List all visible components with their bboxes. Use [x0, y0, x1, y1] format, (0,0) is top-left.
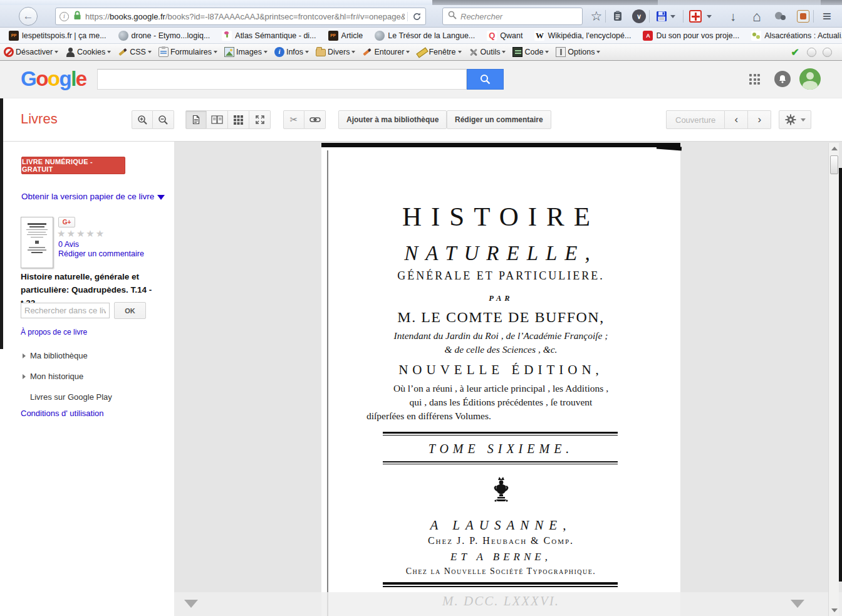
about-this-book-link[interactable]: À propos de ce livre [21, 328, 87, 337]
zoom-out-button[interactable] [153, 110, 174, 129]
chevron-right-icon: › [757, 113, 761, 126]
status-circle[interactable] [807, 48, 816, 57]
next-page-button[interactable]: › [748, 110, 771, 129]
book-viewer: HISTOIRE NATURELLE, GÉNÉRALE ET PARTICUL… [174, 142, 842, 616]
browser-search-box[interactable] [442, 8, 583, 25]
settings-button[interactable] [779, 110, 811, 129]
devtoolbar-menu-infos[interactable]: iInfos [274, 47, 309, 57]
ghostery-button[interactable] [772, 8, 789, 24]
fullscreen-icon [255, 115, 265, 125]
bookmark-label: Le Trésor de la Langue... [388, 31, 475, 40]
zoom-in-button[interactable] [132, 110, 153, 129]
devtoolbar-menu-outline[interactable]: Entourer [362, 47, 410, 57]
scrollbar-down-arrow[interactable] [831, 608, 838, 612]
clip-button[interactable]: ✂ [283, 110, 304, 129]
previous-page-button[interactable]: ‹ [725, 110, 748, 129]
bookmark-item[interactable]: Le Trésor de la Langue... [375, 31, 475, 41]
back-button[interactable]: ← [19, 7, 38, 26]
save-dropdown-button[interactable] [668, 8, 678, 24]
devtoolbar-menu-tools[interactable]: Outils [469, 47, 506, 57]
bookmark-item[interactable]: Alsacréations : Actuali... [751, 31, 842, 41]
google-search-button[interactable] [467, 69, 504, 90]
addon-orange-button[interactable] [794, 8, 812, 24]
write-review-link[interactable]: Rédiger un commentaire [58, 249, 144, 258]
devtoolbar-menu-css[interactable]: CSS [118, 47, 152, 57]
google-logo[interactable]: Google [21, 67, 86, 91]
google-apps-grid-button[interactable] [749, 74, 760, 85]
devtoolbar-menu-code[interactable]: Code [512, 47, 549, 57]
single-page-view-button[interactable] [185, 110, 207, 129]
downloads-button[interactable]: ↓ [724, 8, 742, 24]
vertical-scrollbar[interactable] [828, 143, 839, 616]
devtoolbar-menu-divers[interactable]: Divers [316, 48, 355, 56]
devtoolbar-label: Code [524, 48, 543, 56]
rating-stars[interactable]: ★★★★★ [57, 228, 105, 239]
sidebar-item-google-play[interactable]: Livres sur Google Play [30, 392, 112, 402]
write-review-button[interactable]: Rédiger un commentaire [447, 110, 551, 129]
home-button[interactable]: ⌂ [748, 8, 766, 24]
bookmark-item[interactable]: PPArticle [328, 31, 363, 41]
devtoolbar-menu-disable[interactable]: Désactiver [4, 47, 58, 57]
bookmark-star-button[interactable]: ☆ [588, 8, 605, 24]
link-button[interactable] [304, 110, 326, 129]
page-info-icon[interactable]: i [60, 12, 69, 21]
account-avatar[interactable] [799, 68, 821, 90]
sidebar-item-my-history[interactable]: Mon historique [23, 372, 83, 381]
imprint-publisher1: Chez J. P. Heubach & Comp. [336, 535, 665, 546]
browser-search-input[interactable] [460, 12, 567, 21]
search-ok-button[interactable]: OK [114, 302, 146, 319]
caret-down-icon [214, 51, 217, 53]
google-plus-share-button[interactable]: G+ [58, 217, 75, 227]
page-par: PAR [336, 294, 665, 303]
devtoolbar-menu-images[interactable]: Images [224, 47, 268, 57]
devtoolbar-label: Options [568, 48, 595, 56]
devtoolbar-menu-cookies[interactable]: Cookies [65, 47, 111, 57]
imprint-city1: A LAUSANNE, [336, 518, 665, 533]
gear-icon [785, 114, 796, 125]
caret-down-icon [596, 51, 600, 53]
sidebar-item-my-library[interactable]: Ma bibliothèque [23, 351, 88, 360]
bookmark-item[interactable]: PPlespetitspois.fr | ça me... [9, 31, 107, 41]
bookmark-item[interactable]: WWikipédia, l'encyclopé... [534, 31, 631, 41]
free-ebook-button[interactable]: LIVRE NUMÉRIQUE - GRATUIT [21, 157, 125, 174]
devtoolbar-label: Formulaires [170, 48, 212, 56]
status-circle[interactable] [823, 48, 832, 57]
url-bar[interactable]: i https://books.google.fr/books?id=-l87A… [55, 8, 426, 25]
bookmark-item[interactable]: drone - Etymo...logiq... [118, 31, 210, 41]
terms-of-use-link[interactable]: Conditions d' utilisation [21, 409, 104, 418]
two-page-view-button[interactable] [207, 110, 228, 129]
thumbnail-view-button[interactable] [228, 110, 249, 129]
addon-dropdown-button[interactable] [704, 8, 714, 24]
bookmark-item[interactable]: QQwant [487, 31, 522, 41]
page-edition-note2: qui , dans les Éditions précédentes , ſe… [336, 397, 665, 408]
sidebar-item-label: Mon historique [30, 372, 83, 381]
bookmark-item[interactable]: Atlas Sémantique - di... [222, 31, 316, 41]
scrollbar-up-arrow[interactable] [831, 147, 838, 150]
validation-check-icon[interactable]: ✔ [791, 46, 799, 58]
google-search-input[interactable] [97, 69, 467, 90]
search-in-book-input[interactable] [21, 303, 110, 318]
pocket-icon: ∨ [632, 9, 646, 23]
notifications-bell-button[interactable] [774, 71, 791, 87]
scrollbar-thumb[interactable] [830, 155, 838, 174]
add-to-library-button[interactable]: Ajouter à ma bibliothèque [338, 110, 447, 129]
bookmark-item[interactable]: ADu son pour vos proje... [643, 31, 739, 41]
reading-list-button[interactable] [609, 8, 626, 24]
addon-red-cross-button[interactable] [687, 8, 704, 24]
devtoolbar-menu-options[interactable]: Options [556, 47, 600, 57]
page-edition: NOUVELLE ÉDITION, [336, 362, 665, 378]
fullscreen-button[interactable] [249, 110, 271, 129]
page-title-tagline: GÉNÉRALE ET PARTICULIERE. [336, 269, 665, 283]
audiofanzine-favicon: A [643, 31, 653, 41]
devtoolbar-menu-forms[interactable]: Formulaires [159, 47, 217, 57]
get-print-version-link[interactable]: Obtenir la version papier de ce livre [21, 192, 165, 201]
devtoolbar-menu-window[interactable]: Fenêtre [417, 47, 461, 57]
current-page-label[interactable]: Couverture [666, 110, 725, 129]
reviews-count-link[interactable]: 0 Avis [58, 240, 79, 249]
pocket-button[interactable]: ∨ [630, 8, 648, 24]
single-page-icon [191, 115, 201, 125]
triangle-right-icon [23, 374, 26, 379]
menu-button[interactable]: ≡ [818, 8, 836, 24]
product-title: Livres [21, 111, 58, 127]
reload-button[interactable] [407, 12, 422, 21]
